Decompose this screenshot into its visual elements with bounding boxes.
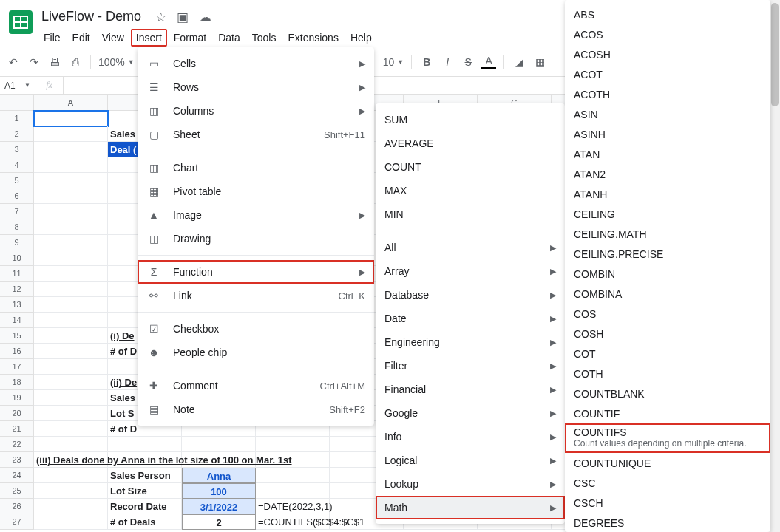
cell[interactable]: =COUNTIFS($C$4:$C$1 — [256, 514, 330, 530]
math-fn-cos[interactable]: COS — [565, 304, 770, 324]
menu-insert[interactable]: Insert — [131, 29, 167, 47]
menu-help[interactable]: Help — [345, 29, 377, 47]
row-header-3[interactable]: 3 — [0, 142, 34, 157]
row-header-26[interactable]: 26 — [0, 499, 34, 514]
math-fn-countifs[interactable]: COUNTIFSCount values depending on multip… — [565, 423, 770, 453]
row-header-27[interactable]: 27 — [0, 514, 34, 530]
cell[interactable]: 3/1/2022 — [182, 499, 256, 514]
math-fn-acos[interactable]: ACOS — [565, 24, 770, 44]
fn-average[interactable]: AVERAGE — [376, 132, 565, 155]
italic-icon[interactable]: I — [440, 55, 455, 69]
cell[interactable] — [34, 111, 108, 126]
cell[interactable] — [34, 514, 108, 530]
cell[interactable] — [34, 344, 108, 359]
cell[interactable] — [34, 313, 108, 328]
insert-menu-sheet[interactable]: ▢SheetShift+F11 — [138, 123, 374, 146]
fn-max[interactable]: MAX — [376, 179, 565, 202]
font-size-select[interactable]: 10 ▼ — [383, 56, 404, 68]
fn-cat-engineering[interactable]: Engineering▶ — [376, 330, 565, 354]
cell[interactable]: =DATE(2022,3,1) — [256, 499, 330, 514]
menu-file[interactable]: File — [38, 29, 66, 47]
cell[interactable]: 2 — [182, 514, 256, 530]
cell[interactable] — [34, 375, 108, 390]
cell[interactable]: # of Deals — [108, 514, 182, 530]
math-fn-countunique[interactable]: COUNTUNIQUE — [565, 453, 770, 473]
bold-icon[interactable]: B — [419, 55, 434, 69]
math-fn-cot[interactable]: COT — [565, 344, 770, 364]
math-fn-coth[interactable]: COTH — [565, 364, 770, 383]
cell[interactable] — [34, 328, 108, 344]
fn-min[interactable]: MIN — [376, 202, 565, 226]
math-fn-csch[interactable]: CSCH — [565, 493, 770, 513]
cell[interactable] — [34, 421, 108, 437]
fn-cat-array[interactable]: Array▶ — [376, 259, 565, 283]
row-header-5[interactable]: 5 — [0, 173, 34, 188]
math-fn-cosh[interactable]: COSH — [565, 324, 770, 344]
row-header-16[interactable]: 16 — [0, 344, 34, 359]
cell[interactable]: 100 — [182, 483, 256, 499]
fill-color-icon[interactable]: ◢ — [512, 55, 526, 69]
cell[interactable] — [256, 483, 330, 499]
insert-menu-note[interactable]: ▤NoteShift+F2 — [138, 398, 374, 421]
row-header-24[interactable]: 24 — [0, 468, 34, 483]
row-header-23[interactable]: 23 — [0, 452, 34, 468]
row-header-12[interactable]: 12 — [0, 282, 34, 297]
fn-cat-math[interactable]: Math▶ — [376, 496, 565, 519]
insert-menu-comment[interactable]: ✚CommentCtrl+Alt+M — [138, 374, 374, 398]
vertical-scrollbar[interactable] — [770, 0, 780, 532]
menu-format[interactable]: Format — [169, 29, 211, 47]
math-fn-acot[interactable]: ACOT — [565, 64, 770, 84]
cell[interactable] — [34, 126, 108, 142]
name-box[interactable]: A1▼ — [0, 77, 35, 94]
math-fn-asinh[interactable]: ASINH — [565, 124, 770, 144]
cloud-icon[interactable]: ☁ — [199, 10, 211, 25]
math-fn-combin[interactable]: COMBIN — [565, 264, 770, 284]
insert-menu-cells[interactable]: ▭Cells▶ — [138, 52, 374, 75]
menu-data[interactable]: Data — [213, 29, 245, 47]
insert-menu-drawing[interactable]: ◫Drawing — [138, 227, 374, 250]
cell[interactable] — [34, 266, 108, 282]
row-header-4[interactable]: 4 — [0, 157, 34, 173]
row-header-1[interactable]: 1 — [0, 111, 34, 126]
row-header-6[interactable]: 6 — [0, 188, 34, 204]
cell[interactable]: Record Date — [108, 499, 182, 514]
fn-sum[interactable]: SUM — [376, 108, 565, 132]
row-header-19[interactable]: 19 — [0, 390, 34, 406]
cell[interactable] — [34, 250, 108, 266]
math-fn-acoth[interactable]: ACOTH — [565, 84, 770, 104]
cell[interactable]: Lot Size — [108, 483, 182, 499]
cell[interactable] — [34, 437, 108, 452]
math-fn-atan2[interactable]: ATAN2 — [565, 164, 770, 184]
cell[interactable]: Sales Person — [108, 468, 182, 483]
undo-icon[interactable]: ↶ — [6, 55, 21, 69]
select-all-corner[interactable] — [0, 95, 34, 111]
cell[interactable] — [34, 359, 108, 375]
cell[interactable] — [34, 297, 108, 313]
sheets-logo[interactable] — [6, 7, 35, 37]
cell[interactable] — [34, 235, 108, 250]
cell[interactable] — [34, 282, 108, 297]
fn-cat-info[interactable]: Info▶ — [376, 425, 565, 449]
insert-menu-checkbox[interactable]: ☑Checkbox — [138, 317, 374, 341]
row-header-20[interactable]: 20 — [0, 406, 34, 421]
col-header-A[interactable]: A — [34, 95, 108, 111]
cell[interactable] — [34, 483, 108, 499]
row-header-17[interactable]: 17 — [0, 359, 34, 375]
cell[interactable] — [34, 219, 108, 235]
cell[interactable] — [256, 468, 330, 483]
menu-extensions[interactable]: Extensions — [282, 29, 343, 47]
fn-count[interactable]: COUNT — [376, 155, 565, 179]
math-fn-atanh[interactable]: ATANH — [565, 184, 770, 204]
row-header-15[interactable]: 15 — [0, 328, 34, 344]
insert-menu-rows[interactable]: ☰Rows▶ — [138, 75, 374, 99]
fn-cat-logical[interactable]: Logical▶ — [376, 449, 565, 472]
cell[interactable] — [34, 390, 108, 406]
cell[interactable]: (iii) Deals done by Anna in the lot size… — [34, 452, 330, 468]
cell[interactable] — [34, 499, 108, 514]
cell[interactable] — [34, 406, 108, 421]
print-icon[interactable]: 🖶 — [47, 55, 62, 69]
math-fn-degrees[interactable]: DEGREES — [565, 513, 770, 532]
row-header-7[interactable]: 7 — [0, 204, 34, 219]
cell[interactable] — [34, 468, 108, 483]
doc-title[interactable]: LiveFlow - Demo — [38, 7, 144, 26]
